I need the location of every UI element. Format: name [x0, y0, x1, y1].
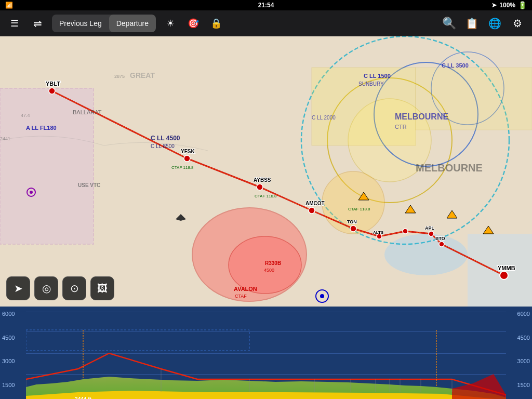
layers-icon: 🖼: [97, 283, 108, 295]
search-icon: 🔍: [442, 17, 456, 30]
status-bar: 📶 21:54 ➤ 100% 🔋: [0, 0, 532, 10]
svg-point-31: [320, 294, 324, 298]
svg-text:MELBOURNE: MELBOURNE: [395, 112, 448, 121]
track-icon: ⊙: [70, 282, 79, 295]
svg-marker-70: [452, 374, 506, 399]
svg-text:BALLARAT: BALLARAT: [73, 109, 102, 115]
svg-text:SUNBURY: SUNBURY: [358, 81, 384, 87]
compass-icon: ◎: [42, 282, 51, 295]
svg-text:YFSK: YFSK: [181, 149, 195, 154]
target-icon: 🎯: [188, 18, 199, 29]
svg-text:AMCOT: AMCOT: [305, 201, 325, 206]
map-controls: ➤ ◎ ⊙ 🖼: [6, 276, 114, 300]
sun-icon: ☀: [166, 18, 175, 29]
svg-text:ALTS: ALTS: [373, 230, 384, 235]
leg-navigation: Previous Leg Departure: [52, 15, 156, 32]
checklist-button[interactable]: 📋: [461, 14, 482, 33]
svg-point-20: [403, 229, 408, 234]
menu-button[interactable]: ☰: [4, 14, 25, 33]
svg-text:USE VTC: USE VTC: [78, 182, 100, 188]
svg-point-16: [257, 184, 263, 190]
svg-text:2875: 2875: [114, 74, 125, 79]
svg-text:R330B: R330B: [265, 260, 281, 266]
navigation-icon: ➤: [14, 282, 23, 295]
svg-text:TON: TON: [347, 219, 357, 224]
route-icon: ⇌: [33, 17, 42, 30]
globe-button[interactable]: 🌐: [484, 14, 505, 33]
svg-text:C  LL 2000: C LL 2000: [312, 115, 336, 121]
svg-text:C LL 8500: C LL 8500: [151, 143, 175, 149]
svg-text:C  LL 4500: C LL 4500: [151, 135, 180, 142]
svg-text:AYBSS: AYBSS: [254, 177, 271, 183]
route-button[interactable]: ⇌: [27, 14, 48, 33]
target-button[interactable]: 🎯: [183, 14, 204, 33]
svg-text:CTAF: CTAF: [235, 294, 247, 299]
track-button[interactable]: ⊙: [62, 276, 86, 300]
svg-point-15: [184, 155, 190, 162]
svg-point-18: [350, 225, 356, 232]
svg-text:YMMB: YMMB: [498, 265, 515, 271]
svg-text:MELBOURNE: MELBOURNE: [416, 162, 483, 174]
altitude-labels-left: 6000 4500 3000 1500: [0, 307, 26, 399]
gear-icon: ⚙: [513, 17, 522, 30]
svg-text:APL: APL: [425, 225, 435, 231]
svg-text:2441: 2441: [0, 136, 10, 141]
map-area[interactable]: YBLT YFSK AYBSS AMCOT TON ALTS APL BTO Y…: [0, 36, 532, 307]
svg-text:A LL FL180: A LL FL180: [26, 125, 57, 131]
brightness-button[interactable]: ☀: [160, 14, 181, 33]
battery-label: 100%: [499, 2, 515, 9]
svg-text:4500: 4500: [264, 268, 274, 273]
svg-rect-65: [26, 330, 249, 351]
altitude-labels-right: 6000 4500 3000 1500: [506, 307, 532, 399]
elevation-profile: 6000 4500 3000 1500 6000 4500 3000 1500: [0, 307, 532, 399]
svg-point-17: [309, 207, 315, 214]
svg-text:AVALON: AVALON: [234, 286, 257, 292]
svg-text:GREAT: GREAT: [130, 71, 155, 79]
svg-text:CTR: CTR: [395, 124, 407, 130]
checklist-icon: 📋: [466, 17, 478, 30]
svg-point-14: [49, 88, 55, 94]
svg-text:CTAF 118.8: CTAF 118.8: [348, 207, 370, 211]
svg-text:CTAF 118.8: CTAF 118.8: [255, 194, 277, 198]
battery-icon: 🔋: [518, 1, 527, 9]
lock-button[interactable]: 🔒: [206, 14, 227, 33]
map-svg: YBLT YFSK AYBSS AMCOT TON ALTS APL BTO Y…: [0, 36, 532, 307]
wifi-icon: 📶: [5, 2, 13, 9]
toolbar: ☰ ⇌ Previous Leg Departure ☀ 🎯 🔒 🔍 📋 🌐 ⚙: [0, 10, 532, 36]
svg-point-10: [322, 171, 384, 234]
status-time: 21:54: [258, 2, 274, 9]
svg-text:C  LL 3500: C LL 3500: [442, 62, 469, 69]
svg-text:BTO: BTO: [435, 236, 445, 241]
svg-point-1: [384, 234, 468, 275]
settings-gear-button[interactable]: ⚙: [507, 14, 528, 33]
departure-button[interactable]: Departure: [109, 15, 156, 32]
menu-icon: ☰: [10, 18, 19, 29]
search-button[interactable]: 🔍: [438, 14, 459, 33]
svg-point-22: [439, 242, 444, 247]
svg-point-23: [500, 271, 508, 280]
elevation-svg: [26, 307, 506, 399]
svg-text:C  LL 1500: C LL 1500: [364, 73, 391, 79]
svg-rect-11: [312, 68, 416, 145]
globe-icon: 🌐: [488, 17, 501, 30]
center-map-button[interactable]: ➤: [6, 276, 30, 300]
compass-button[interactable]: ◎: [34, 276, 58, 300]
svg-text:47.4: 47.4: [21, 113, 30, 118]
svg-text:CTAF 118.8: CTAF 118.8: [171, 165, 194, 170]
waypoint-altitude: 2444 ft: [73, 396, 93, 399]
arrow-icon: ➤: [491, 2, 497, 9]
previous-leg-button[interactable]: Previous Leg: [52, 15, 109, 32]
svg-point-29: [30, 191, 33, 194]
svg-point-21: [429, 231, 434, 236]
svg-text:YBLT: YBLT: [46, 81, 60, 87]
layers-button[interactable]: 🖼: [90, 276, 114, 300]
lock-icon: 🔒: [210, 18, 222, 29]
